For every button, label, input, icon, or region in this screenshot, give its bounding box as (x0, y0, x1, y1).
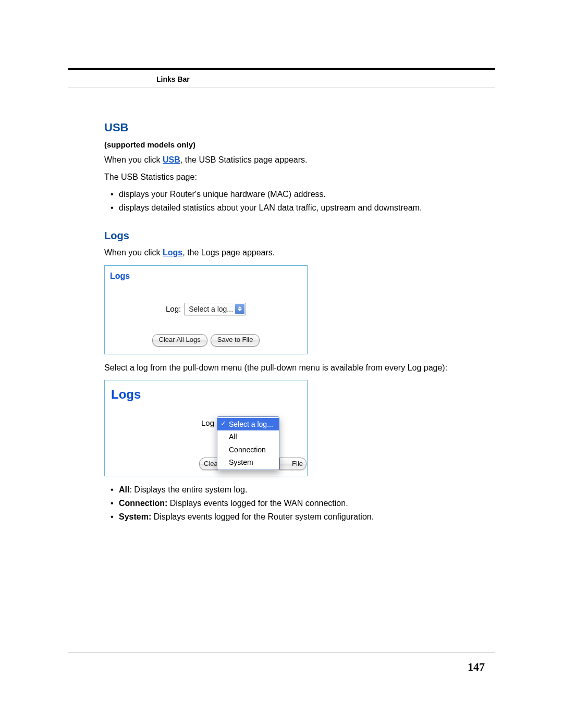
page-number: 147 (468, 660, 485, 674)
list-item: displays detailed statistics about your … (104, 202, 485, 214)
usb-intro: When you click USB, the USB Statistics p… (104, 154, 485, 166)
dropdown-arrows-icon (235, 304, 244, 314)
logs-panel-open-wrapper: Logs Log Clea File Select a log... All C… (104, 380, 485, 476)
bullet-label: All (119, 485, 129, 494)
dropdown-option-all[interactable]: All (217, 430, 279, 443)
bullet-text: Displays events logged for the Router sy… (151, 512, 374, 521)
clear-all-logs-button[interactable]: Clear All Logs (152, 334, 207, 347)
text: , the Logs page appears. (182, 248, 275, 257)
top-heavy-rule (68, 68, 495, 70)
bullet-label: Connection: (119, 499, 167, 508)
log-select-value: Select a log... (189, 304, 233, 314)
bullet-text: : Displays the entire system log. (129, 485, 247, 494)
logs-select-desc: Select a log from the pull-down menu (th… (104, 362, 485, 374)
usb-link[interactable]: USB (163, 155, 180, 164)
log-label: Log: (166, 303, 181, 315)
logs-link[interactable]: Logs (163, 248, 182, 257)
footer-rule (68, 652, 495, 653)
logs-panel-closed: Logs Log: Select a log... Clear All Logs… (104, 265, 308, 354)
usb-subheading: (supported models only) (104, 139, 485, 151)
logs-panel-open: Logs Log Clea File Select a log... All C… (104, 380, 308, 476)
log-select[interactable]: Select a log... (184, 303, 246, 315)
bullet-label: System: (119, 512, 151, 521)
text: When you click (104, 155, 163, 164)
logs-heading: Logs (104, 228, 485, 243)
panel-title: Logs (110, 270, 302, 282)
usb-line2: The USB Statistics page: (104, 171, 485, 183)
usb-heading: USB (104, 119, 485, 136)
dropdown-option-system[interactable]: System (217, 456, 279, 468)
usb-bullets: displays your Router's unique hardware (… (104, 188, 485, 214)
log-label-partial: Log (201, 417, 214, 429)
logs-intro: When you click Logs, the Logs page appea… (104, 246, 485, 258)
header-section-label: Links Bar (156, 75, 495, 83)
list-item: displays your Router's unique hardware (… (104, 188, 485, 200)
list-item: System: Displays events logged for the R… (104, 511, 485, 523)
header-thin-rule (68, 88, 495, 88)
bullet-text: Displays events logged for the WAN conne… (167, 499, 348, 508)
panel-title: Logs (111, 386, 301, 404)
log-select-dropdown[interactable]: Select a log... All Connection System (217, 416, 279, 470)
save-to-file-button-partial[interactable]: File (279, 458, 307, 470)
save-to-file-button[interactable]: Save to File (211, 334, 260, 347)
text: , the USB Statistics page appears. (180, 155, 308, 164)
list-item: All: Displays the entire system log. (104, 484, 485, 496)
dropdown-option-select[interactable]: Select a log... (217, 418, 279, 430)
log-type-bullets: All: Displays the entire system log. Con… (104, 484, 485, 523)
dropdown-option-connection[interactable]: Connection (217, 443, 279, 456)
text: When you click (104, 248, 163, 257)
list-item: Connection: Displays events logged for t… (104, 497, 485, 509)
